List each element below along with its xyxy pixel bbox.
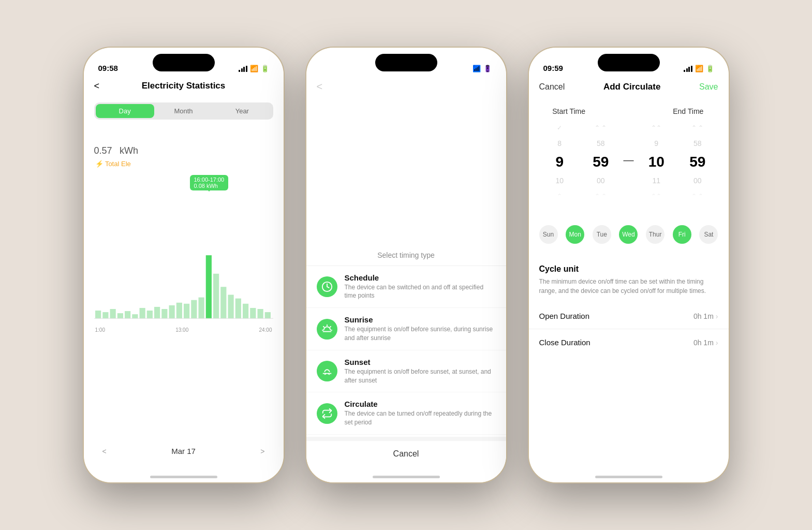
kwh-unit: kWh bbox=[120, 145, 138, 156]
end-hour-selected: 10 bbox=[648, 152, 665, 172]
time-picker-rows: ✓ 8 9 10 ⌃ ⌃ ⌃ 58 59 00 ⌃ ⌃ bbox=[539, 121, 718, 203]
timing-sheet: Select timing type Schedule The device c… bbox=[306, 241, 506, 482]
prev-date-button[interactable]: < bbox=[102, 447, 107, 455]
wifi-icon: 📶 bbox=[250, 65, 258, 72]
timing-sheet-header: Select timing type bbox=[306, 241, 506, 266]
sunrise-icon bbox=[317, 319, 337, 340]
cancel-button-3[interactable]: Cancel bbox=[539, 82, 565, 92]
day-fri[interactable]: Fri bbox=[673, 225, 691, 244]
day-thur[interactable]: Thur bbox=[646, 225, 665, 244]
back-button-1[interactable]: < bbox=[94, 81, 100, 92]
signal-icon-2 bbox=[461, 66, 470, 72]
schedule-icon bbox=[317, 276, 337, 297]
svg-rect-23 bbox=[264, 312, 270, 318]
close-duration-value-group: 0h 1m › bbox=[693, 338, 718, 347]
svg-rect-8 bbox=[154, 307, 160, 318]
start-hour-below: 10 bbox=[555, 173, 564, 188]
status-icons-3: 📶 🔋 bbox=[684, 65, 714, 72]
svg-rect-9 bbox=[161, 309, 167, 318]
phone-add-circulate: 09:59 📶 🔋 Cancel Add Circulate Sa bbox=[528, 47, 730, 483]
svg-rect-12 bbox=[184, 304, 189, 318]
svg-rect-21 bbox=[250, 308, 256, 318]
svg-rect-10 bbox=[169, 305, 174, 318]
timing-option-sunrise[interactable]: Sunrise The equipment is on/off before s… bbox=[306, 308, 506, 350]
close-duration-row[interactable]: Close Duration 0h 1m › bbox=[529, 330, 729, 355]
sunset-title: Sunset bbox=[345, 358, 496, 366]
day-sat[interactable]: Sat bbox=[699, 225, 718, 244]
end-hour-below: 11 bbox=[652, 173, 660, 188]
status-icons-2: 📶 🔋 bbox=[461, 65, 492, 72]
end-min-above1: ⌃ ⌃ bbox=[691, 121, 703, 135]
status-icons-1: 📶 🔋 bbox=[239, 65, 269, 72]
kwh-number: 0.57 bbox=[94, 145, 112, 156]
day-tue[interactable]: Tue bbox=[593, 225, 611, 244]
svg-rect-0 bbox=[95, 311, 101, 318]
day-mon[interactable]: Mon bbox=[566, 225, 584, 244]
svg-rect-6 bbox=[139, 308, 145, 318]
x-label-1: 1:00 bbox=[95, 327, 105, 333]
cancel-timing-button[interactable]: Cancel bbox=[306, 437, 506, 467]
kwh-display: 0.57 kWh bbox=[94, 131, 273, 158]
phone-electricity-statistics: 09:58 📶 🔋 < Electricity Statistics bbox=[83, 47, 285, 483]
end-hour-below2: ⌃⌃ bbox=[651, 189, 661, 203]
dynamic-island-2 bbox=[375, 54, 437, 71]
svg-rect-5 bbox=[132, 314, 138, 318]
start-minute-col: ⌃ ⌃ 58 59 00 ⌃ ⌃ bbox=[580, 121, 622, 203]
start-min-selected: 59 bbox=[593, 152, 609, 172]
start-min-above1: ⌃ ⌃ bbox=[595, 121, 607, 135]
x-label-3: 24:00 bbox=[259, 327, 272, 333]
next-date-button[interactable]: > bbox=[260, 447, 264, 455]
tab-month[interactable]: Month bbox=[154, 104, 213, 118]
svg-rect-16 bbox=[213, 274, 218, 319]
sunset-icon bbox=[317, 361, 337, 381]
wifi-icon-2: 📶 bbox=[473, 65, 481, 72]
chart-container: 16:00-17:00 0.08 kWh bbox=[94, 175, 273, 341]
end-min-above: 58 bbox=[693, 136, 702, 151]
sunrise-title: Sunrise bbox=[345, 315, 496, 324]
dynamic-island-3 bbox=[598, 54, 660, 71]
status-time-2: 09:59 bbox=[321, 64, 341, 72]
svg-rect-11 bbox=[176, 303, 182, 319]
cycle-desc: The minimum device on/off time can be se… bbox=[539, 277, 718, 296]
days-section: Sun Mon Tue Wed Thur Fri Sat bbox=[529, 218, 729, 251]
chart-tooltip: 16:00-17:00 0.08 kWh bbox=[190, 175, 229, 190]
schedule-desc: The device can be switched on and off at… bbox=[345, 283, 496, 301]
start-time-header: Start Time bbox=[539, 107, 599, 115]
svg-rect-20 bbox=[242, 304, 248, 318]
timing-option-sunset[interactable]: Sunset The equipment is on/off before su… bbox=[306, 350, 506, 393]
start-hour-above1: ✓ bbox=[557, 121, 562, 135]
cycle-section: Cycle unit The minimum device on/off tim… bbox=[529, 257, 729, 303]
timing-option-schedule[interactable]: Schedule The device can be switched on a… bbox=[306, 266, 506, 308]
cycle-unit-title: Cycle unit bbox=[539, 264, 718, 274]
timing-option-circulate[interactable]: Circulate The device can be turned on/of… bbox=[306, 392, 506, 435]
end-min-selected: 59 bbox=[689, 152, 705, 172]
stats-value-section: 0.57 kWh Total Ele bbox=[84, 126, 284, 170]
back-button-2[interactable]: < bbox=[317, 81, 323, 93]
sunset-text: Sunset The equipment is on/off before su… bbox=[345, 358, 496, 385]
end-min-below: 00 bbox=[693, 173, 702, 188]
start-hour-below2: ⌃ bbox=[557, 189, 562, 203]
start-min-below2: ⌃ ⌃ bbox=[595, 189, 607, 203]
day-sun[interactable]: Sun bbox=[539, 225, 558, 244]
battery-icon-3: 🔋 bbox=[706, 65, 714, 72]
open-duration-value: 0h 1m bbox=[693, 312, 714, 320]
page-title-1: Electricity Statistics bbox=[142, 81, 226, 91]
signal-icon-3 bbox=[684, 66, 692, 72]
tab-year[interactable]: Year bbox=[213, 104, 271, 118]
tab-day[interactable]: Day bbox=[96, 104, 154, 118]
nav-bar-3: Cancel Add Circulate Save bbox=[529, 76, 729, 98]
nav-bar-1: < Electricity Statistics bbox=[84, 76, 284, 96]
schedule-text: Schedule The device can be switched on a… bbox=[345, 273, 496, 301]
svg-rect-3 bbox=[117, 313, 123, 318]
sunrise-text: Sunrise The equipment is on/off before s… bbox=[345, 315, 496, 343]
page-title-2: Time bbox=[322, 82, 485, 92]
circulate-title: Circulate bbox=[345, 400, 496, 408]
day-wed[interactable]: Wed bbox=[619, 225, 638, 244]
open-duration-row[interactable]: Open Duration 0h 1m › bbox=[529, 303, 729, 329]
status-time-1: 09:58 bbox=[98, 64, 118, 72]
save-button[interactable]: Save bbox=[699, 82, 718, 92]
end-minute-col: ⌃ ⌃ 58 59 00 ⌃ ⌃ bbox=[677, 121, 718, 203]
svg-rect-15 bbox=[205, 255, 211, 318]
end-hour-col: ⌃⌃ 9 10 11 ⌃⌃ bbox=[636, 121, 677, 203]
svg-rect-19 bbox=[235, 299, 241, 319]
